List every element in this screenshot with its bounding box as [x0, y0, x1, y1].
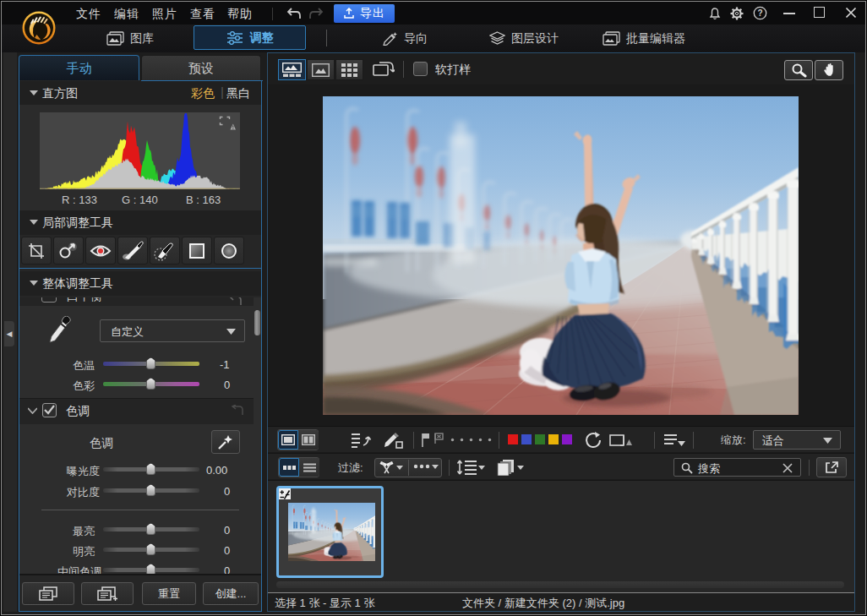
svg-text:?: ? — [757, 8, 762, 18]
